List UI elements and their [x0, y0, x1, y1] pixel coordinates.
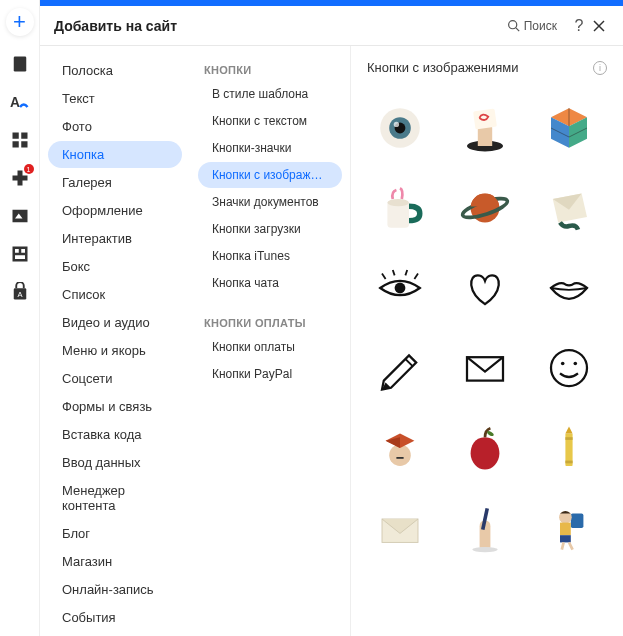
svg-rect-2: [12, 133, 18, 139]
thumb-envelope-3d[interactable]: [534, 173, 604, 243]
svg-rect-46: [396, 457, 403, 459]
subcategory-item[interactable]: Кнопки PayPal: [198, 361, 342, 387]
thumb-heart-line[interactable]: [450, 253, 520, 323]
category-item[interactable]: Магазин: [48, 548, 182, 575]
svg-point-43: [561, 362, 565, 366]
apps-badge: 1: [24, 164, 34, 174]
add-panel: Добавить на сайт Поиск ? ПолоскаТекстФот…: [40, 0, 623, 636]
svg-rect-50: [566, 437, 573, 440]
category-item[interactable]: Онлайн-запись: [48, 576, 182, 603]
svg-marker-49: [566, 426, 573, 433]
preview-header: Кнопки с изображениями i: [351, 46, 623, 85]
info-icon[interactable]: i: [593, 61, 607, 75]
svg-rect-11: [15, 255, 25, 259]
svg-rect-9: [15, 249, 19, 253]
svg-rect-8: [12, 247, 27, 262]
subcategory-heading: КНОПКИ ОПЛАТЫ: [190, 311, 350, 333]
thumb-pencil-line[interactable]: [365, 333, 435, 403]
thumb-cube[interactable]: [534, 93, 604, 163]
category-item[interactable]: Список: [48, 281, 182, 308]
columns: ПолоскаТекстФотоКнопкаГалереяОформлениеИ…: [40, 46, 623, 636]
search-button[interactable]: Поиск: [507, 19, 557, 33]
close-button[interactable]: [589, 16, 609, 36]
svg-point-54: [472, 547, 497, 552]
category-item[interactable]: Меню и якорь: [48, 337, 182, 364]
svg-rect-0: [13, 57, 26, 72]
category-item[interactable]: Видео и аудио: [48, 309, 182, 336]
svg-point-42: [551, 350, 587, 386]
thumb-planet[interactable]: [450, 173, 520, 243]
svg-rect-3: [21, 133, 27, 139]
svg-text:A: A: [17, 290, 22, 299]
svg-rect-4: [12, 141, 18, 147]
grid-icon[interactable]: [10, 130, 30, 150]
layout-icon[interactable]: [10, 244, 30, 264]
thumb-schoolgirl[interactable]: [534, 493, 604, 563]
thumb-crayon[interactable]: [534, 413, 604, 483]
svg-line-38: [405, 270, 407, 275]
subcategory-item[interactable]: Кнопки оплаты: [198, 334, 342, 360]
svg-rect-55: [571, 514, 584, 528]
thumb-lips-line[interactable]: [534, 253, 604, 323]
subcategory-item[interactable]: Кнопки с изображ…: [198, 162, 342, 188]
category-item[interactable]: Галерея: [48, 169, 182, 196]
panel-header: Добавить на сайт Поиск ?: [40, 6, 623, 46]
svg-rect-51: [566, 461, 573, 464]
svg-line-60: [569, 542, 573, 549]
category-item[interactable]: Вставка кода: [48, 421, 182, 448]
thumb-eyeball[interactable]: [365, 93, 435, 163]
theme-icon[interactable]: A: [10, 92, 30, 112]
media-icon[interactable]: [10, 206, 30, 226]
page-icon[interactable]: [10, 54, 30, 74]
thumbnail-grid: [351, 85, 623, 636]
svg-rect-5: [21, 141, 27, 147]
svg-point-35: [395, 283, 406, 294]
help-button[interactable]: ?: [569, 16, 589, 36]
category-item[interactable]: Полоска: [48, 57, 182, 84]
category-item[interactable]: Менеджер контента: [48, 477, 182, 519]
add-button[interactable]: +: [6, 8, 34, 36]
category-item[interactable]: Блог: [48, 520, 182, 547]
svg-point-31: [387, 199, 409, 206]
svg-line-39: [414, 274, 418, 279]
thumb-apple[interactable]: [450, 413, 520, 483]
apps-icon[interactable]: 1: [10, 168, 30, 188]
svg-rect-10: [21, 249, 25, 253]
category-item[interactable]: Текст: [48, 85, 182, 112]
thumb-mail-line[interactable]: [450, 333, 520, 403]
thumb-hand-pen[interactable]: [450, 493, 520, 563]
category-item[interactable]: Формы и связь: [48, 393, 182, 420]
subcategory-heading: КНОПКИ: [190, 58, 350, 80]
svg-line-59: [562, 542, 564, 549]
subcategory-item[interactable]: Кнопка чата: [198, 270, 342, 296]
subcategory-item[interactable]: В стиле шаблона: [198, 81, 342, 107]
thumb-smiley-line[interactable]: [534, 333, 604, 403]
svg-line-40: [405, 359, 412, 366]
subcategory-item[interactable]: Кнопки с текстом: [198, 108, 342, 134]
category-item[interactable]: События: [48, 604, 182, 631]
category-item[interactable]: Соцсети: [48, 365, 182, 392]
thumb-mug[interactable]: [365, 173, 435, 243]
subcategory-item[interactable]: Значки документов: [198, 189, 342, 215]
thumb-hand-card[interactable]: [450, 93, 520, 163]
store-icon[interactable]: A: [10, 282, 30, 302]
category-item[interactable]: Кнопка: [48, 141, 182, 168]
category-item[interactable]: Бокс: [48, 253, 182, 280]
svg-line-15: [516, 28, 519, 31]
category-item[interactable]: Оформление: [48, 197, 182, 224]
svg-rect-58: [560, 535, 571, 542]
thumb-eye-line[interactable]: [365, 253, 435, 323]
svg-point-44: [574, 362, 578, 366]
subcategory-item[interactable]: Кнопка iTunes: [198, 243, 342, 269]
category-item[interactable]: Интерактив: [48, 225, 182, 252]
thumb-book-head[interactable]: [365, 413, 435, 483]
left-rail: + A 1 A: [0, 0, 40, 636]
search-icon: [507, 19, 520, 32]
subcategory-item[interactable]: Кнопки-значки: [198, 135, 342, 161]
svg-text:A: A: [10, 95, 20, 110]
thumb-envelope-flat[interactable]: [365, 493, 435, 563]
subcategory-item[interactable]: Кнопки загрузки: [198, 216, 342, 242]
category-item[interactable]: Фото: [48, 113, 182, 140]
category-item[interactable]: Ввод данных: [48, 449, 182, 476]
svg-point-21: [394, 122, 399, 127]
